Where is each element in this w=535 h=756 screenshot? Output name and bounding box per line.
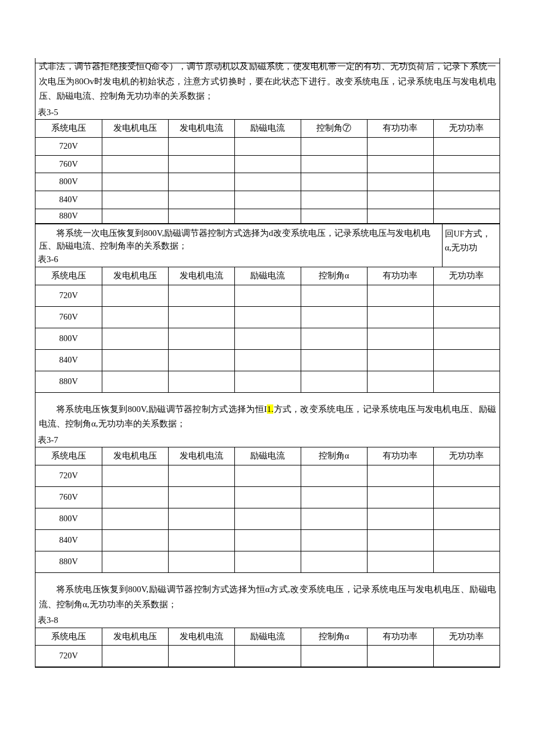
- main-content-box: 式非法，调节器拒绝接受恒Q命令），调节原动机以及励磁系统，使发电机带一定的有功、…: [35, 58, 500, 668]
- table-3-5: 系统电压 发电机电压 发电机电流 励磁电流 控制角⑦ 有功功率 无功功率 720…: [35, 119, 500, 224]
- side-line-1: 回UF方式，: [445, 227, 497, 241]
- paragraph-2-sidebox: 回UF方式， α,无功功: [442, 224, 500, 267]
- table-row: 760V: [35, 155, 500, 173]
- table-row: 720V: [35, 465, 500, 487]
- paragraph-3: 将系统电压恢复到800V,励磁调节器控制方式选择为恒I1.方式，改变系统电压，记…: [35, 401, 500, 433]
- col-header: 有功功率: [367, 120, 433, 138]
- table-row: 720V: [35, 137, 500, 155]
- col-header: 无功功率: [433, 447, 500, 465]
- cell: 800V: [35, 328, 102, 349]
- table-row: 880V: [35, 551, 500, 573]
- table-row: 840V: [35, 191, 500, 209]
- col-header: 有功功率: [367, 447, 433, 465]
- table-3-8: 系统电压 发电机电压 发电机电流 励磁电流 控制角α 有功功率 无功功率 720…: [35, 628, 500, 668]
- col-header: 控制角α: [301, 267, 367, 285]
- col-header: 发电机电流: [168, 120, 234, 138]
- col-header: 发电机电流: [168, 267, 234, 285]
- col-header: 系统电压: [35, 267, 102, 285]
- col-header: 控制角α: [301, 447, 367, 465]
- col-header: 励磁电流: [234, 447, 301, 465]
- page-header-rule: [35, 63, 500, 63]
- table-row: 720V: [35, 646, 500, 667]
- col-header: 系统电压: [35, 628, 102, 646]
- cell: 760V: [35, 487, 102, 508]
- cell: 760V: [35, 306, 102, 328]
- cell: 840V: [35, 191, 102, 209]
- col-header: 励磁电流: [234, 267, 301, 285]
- table-row: 系统电压 发电机电压 发电机电流 励磁电流 控制角α 有功功率 无功功率: [35, 447, 500, 465]
- para3-pre: 将系统电压恢复到800V,励磁调节器控制方式选择为恒I: [56, 404, 267, 414]
- table-row: 880V: [35, 371, 500, 392]
- cell: 760V: [35, 155, 102, 173]
- col-header: 发电机电压: [102, 120, 168, 138]
- col-header: 控制角⑦: [301, 120, 367, 138]
- col-header: 励磁电流: [234, 628, 301, 646]
- col-header: 系统电压: [35, 120, 102, 138]
- col-header: 控制角α: [301, 628, 367, 646]
- table-3-6-label: 表3-6: [38, 253, 438, 266]
- cell: 720V: [35, 465, 102, 487]
- cell: 880V: [35, 551, 102, 573]
- col-header: 无功功率: [433, 628, 500, 646]
- col-header: 发电机电压: [102, 447, 168, 465]
- cell: 880V: [35, 371, 102, 392]
- table-row: 系统电压 发电机电压 发电机电流 励磁电流 控制角⑦ 有功功率 无功功率: [35, 120, 500, 138]
- table-row: 720V: [35, 285, 500, 306]
- table-row: 800V: [35, 508, 500, 530]
- col-header: 发电机电流: [168, 447, 234, 465]
- paragraph-2-main: 将系统一次电压恢复到800V,励磁调节器控制方式选择为d改变系统电压，记录系统电…: [39, 227, 438, 253]
- col-header: 有功功率: [367, 267, 433, 285]
- table-3-6: 系统电压 发电机电压 发电机电流 励磁电流 控制角α 有功功率 无功功率 720…: [35, 267, 500, 393]
- cell: 840V: [35, 349, 102, 371]
- table-row: 760V: [35, 487, 500, 508]
- col-header: 系统电压: [35, 447, 102, 465]
- paragraph-1: 式非法，调节器拒绝接受恒Q命令），调节原动机以及励磁系统，使发电机带一定的有功、…: [35, 58, 500, 105]
- cell: 800V: [35, 508, 102, 530]
- table-3-7-label: 表3-7: [35, 433, 500, 447]
- col-header: 无功功率: [433, 120, 500, 138]
- col-header: 无功功率: [433, 267, 500, 285]
- table-3-7: 系统电压 发电机电压 发电机电流 励磁电流 控制角α 有功功率 无功功率 720…: [35, 447, 500, 573]
- cell: 800V: [35, 173, 102, 191]
- table-row: 840V: [35, 530, 500, 551]
- table-row: 880V: [35, 209, 500, 223]
- table-row: 系统电压 发电机电压 发电机电流 励磁电流 控制角α 有功功率 无功功率: [35, 267, 500, 285]
- col-header: 发电机电压: [102, 267, 168, 285]
- table-row: 760V: [35, 306, 500, 328]
- cell: 720V: [35, 646, 102, 667]
- table-row: 800V: [35, 328, 500, 349]
- table-row: 840V: [35, 349, 500, 371]
- table-row: 系统电压 发电机电压 发电机电流 励磁电流 控制角α 有功功率 无功功率: [35, 628, 500, 646]
- table-row: 800V: [35, 173, 500, 191]
- col-header: 发电机电压: [102, 628, 168, 646]
- col-header: 有功功率: [367, 628, 433, 646]
- col-header: 励磁电流: [234, 120, 301, 138]
- para3-highlight: 1.: [267, 404, 273, 414]
- table-3-8-label: 表3-8: [35, 613, 500, 628]
- paragraph-2-block: 将系统一次电压恢复到800V,励磁调节器控制方式选择为d改变系统电压，记录系统电…: [35, 224, 500, 267]
- side-line-2: α,无功功: [445, 241, 497, 255]
- cell: 720V: [35, 137, 102, 155]
- paragraph-4: 将系统电压恢复到800V,励磁调节器控制方式选择为恒α方式,改变系统电压，记录系…: [35, 581, 500, 613]
- col-header: 发电机电流: [168, 628, 234, 646]
- cell: 880V: [35, 209, 102, 223]
- table-3-5-label: 表3-5: [35, 105, 500, 120]
- cell: 720V: [35, 285, 102, 306]
- cell: 840V: [35, 530, 102, 551]
